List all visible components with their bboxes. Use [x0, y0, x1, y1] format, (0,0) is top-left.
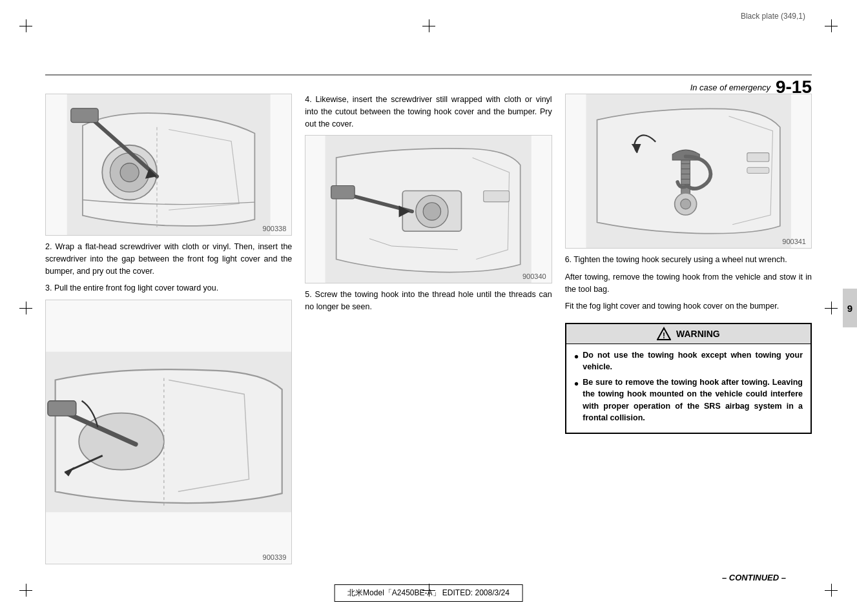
illustration-towing-hook: [566, 94, 811, 248]
svg-point-3: [120, 163, 139, 182]
main-content: 900338 2. Wrap a flat-head screwdriver w…: [45, 94, 812, 564]
bullet-2: ●: [574, 378, 579, 389]
warning-text-1: Do not use the towing hook except when t…: [583, 349, 803, 373]
footer-bar: 北米Model「A2450BE-A」 EDITED: 2008/3/24: [334, 584, 523, 602]
cross-mark-mr: [825, 302, 838, 314]
figure-900339: 900339: [45, 300, 292, 564]
svg-rect-17: [331, 186, 355, 200]
step2-text: 2. Wrap a flat-head screwdriver with clo…: [45, 241, 292, 277]
after-towing-text: After towing, remove the towing hook fro…: [565, 271, 812, 296]
svg-rect-5: [71, 108, 98, 123]
svg-rect-30: [747, 153, 769, 162]
warning-body: ● Do not use the towing hook except when…: [566, 344, 811, 433]
illustration-screwdriver-gap: [46, 94, 291, 235]
col-right: 900341 6. Tighten the towing hook secure…: [565, 94, 812, 564]
fig-num-900338: 900338: [263, 225, 287, 232]
plate-info: Black plate (349,1): [741, 12, 805, 21]
fig-num-900340: 900340: [522, 272, 546, 280]
corner-mark-tr: [825, 19, 838, 32]
warning-label: WARNING: [676, 329, 720, 339]
figure-900338: 900338: [45, 94, 292, 236]
step4-text: 4. Likewise, insert the screwdriver stil…: [305, 94, 552, 130]
corner-mark-br: [825, 584, 838, 597]
warning-item-2: ● Be sure to remove the towing hook afte…: [574, 376, 803, 424]
svg-point-15: [424, 203, 441, 220]
col-left: 900338 2. Wrap a flat-head screwdriver w…: [45, 94, 292, 564]
section-header: In case of emergency 9-15: [45, 74, 812, 96]
continued-label: – CONTINUED –: [722, 573, 786, 582]
col-mid: 4. Likewise, insert the screwdriver stil…: [305, 94, 552, 564]
fit-cover-text: Fit the fog light cover and towing hook …: [565, 300, 812, 313]
fig-num-900341: 900341: [782, 238, 806, 245]
svg-rect-19: [484, 191, 510, 202]
svg-text:!: !: [663, 331, 665, 340]
warning-item-1: ● Do not use the towing hook except when…: [574, 349, 803, 373]
warning-header: ! WARNING: [566, 324, 811, 344]
figure-900341: 900341: [565, 94, 812, 249]
svg-point-28: [680, 199, 690, 209]
figure-900340: 900340: [305, 135, 552, 283]
svg-rect-31: [747, 167, 769, 173]
corner-mark-bl: [19, 584, 32, 597]
illustration-cutout-screwdriver: [305, 136, 551, 283]
step6-text: 6. Tighten the towing hook securely usin…: [565, 254, 812, 266]
warning-text-2: Be sure to remove the towing hook after …: [583, 376, 803, 424]
corner-mark-tl: [19, 19, 32, 32]
bullet-1: ●: [574, 351, 579, 362]
chapter-tab: 9: [843, 289, 857, 327]
cross-mark-ml: [19, 302, 32, 314]
page-container: Black plate (349,1) In case of emergency…: [0, 0, 857, 616]
warning-box: ! WARNING ● Do not use the towing hook e…: [565, 323, 812, 434]
warning-triangle-icon: !: [657, 327, 671, 341]
svg-rect-9: [48, 401, 76, 416]
cross-mark-tc: [422, 19, 435, 32]
section-label: In case of emergency: [690, 83, 770, 92]
illustration-pull-cover: [46, 300, 291, 564]
step3-text: 3. Pull the entire front fog light cover…: [45, 282, 292, 294]
step5-text: 5. Screw the towing hook into the thread…: [305, 289, 552, 313]
fig-num-900339: 900339: [263, 553, 287, 561]
